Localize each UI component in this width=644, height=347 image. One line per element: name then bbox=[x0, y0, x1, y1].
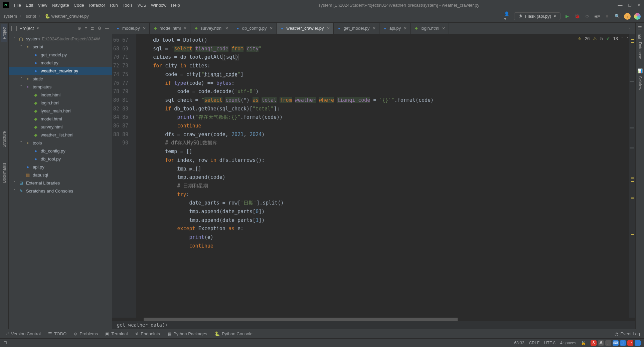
close-tab-icon[interactable]: ✕ bbox=[404, 26, 407, 31]
ime-chip[interactable]: S bbox=[591, 340, 597, 346]
close-tab-icon[interactable]: ✕ bbox=[225, 26, 228, 31]
profile-button[interactable]: ◉▾ bbox=[594, 13, 601, 20]
tool-window-terminal[interactable]: ▣Terminal bbox=[105, 331, 128, 336]
close-tab-icon[interactable]: ✕ bbox=[183, 26, 187, 31]
tree-node[interactable]: ◆login.html bbox=[9, 99, 112, 107]
menu-file[interactable]: File bbox=[14, 3, 21, 8]
menu-navigate[interactable]: Navigate bbox=[52, 3, 69, 8]
tree-node[interactable]: ●db_tool.py bbox=[9, 155, 112, 163]
prev-highlight-icon[interactable]: ˄ bbox=[621, 36, 624, 41]
sciview-icon[interactable]: 📊 bbox=[637, 68, 643, 73]
database-icon[interactable]: 🗄 bbox=[638, 34, 642, 39]
tool-window-version-control[interactable]: ⎇Version Control bbox=[4, 331, 41, 336]
menu-help[interactable]: Help bbox=[171, 3, 180, 8]
close-tab-icon[interactable]: ✕ bbox=[442, 26, 445, 31]
project-tree[interactable]: ˅▢system E:\2024StudentProjects\024W˅▪sc… bbox=[9, 34, 112, 329]
tree-node[interactable]: ▤data.sql bbox=[9, 171, 112, 179]
file-encoding[interactable]: UTF-8 bbox=[544, 341, 555, 345]
tree-node[interactable]: ˃✎Scratches and Consoles bbox=[9, 187, 112, 195]
editor-tab[interactable]: ◆survey.html✕ bbox=[190, 23, 232, 34]
editor-tab[interactable]: ◆login.html✕ bbox=[411, 23, 449, 34]
tree-node[interactable]: ˅▪script bbox=[9, 43, 112, 51]
tree-node[interactable]: ◆index.html bbox=[9, 91, 112, 99]
breadcrumb[interactable]: system〉script〉🐍 weather_crawler.py bbox=[3, 13, 89, 19]
next-highlight-icon[interactable]: ˅ bbox=[626, 36, 629, 41]
run-coverage-button[interactable]: ⟳ bbox=[584, 13, 591, 20]
tree-node[interactable]: ●model.py bbox=[9, 59, 112, 67]
expand-all-icon[interactable]: ≡ bbox=[85, 26, 87, 31]
tree-node[interactable]: ◆weather_list.html bbox=[9, 131, 112, 139]
tabs-more-icon[interactable]: ⋮ bbox=[624, 23, 635, 34]
menu-vcs[interactable]: VCS bbox=[137, 3, 146, 8]
project-tool-tab[interactable]: Project bbox=[1, 24, 7, 42]
tree-node[interactable]: ●get_model.py bbox=[9, 51, 112, 59]
tree-node[interactable]: ˅▪templates bbox=[9, 83, 112, 91]
structure-tool-tab[interactable]: Structure bbox=[1, 128, 7, 150]
close-tab-icon[interactable]: ✕ bbox=[143, 26, 146, 31]
tool-window-python-packages[interactable]: ▦Python Packages bbox=[167, 331, 207, 336]
run-button[interactable]: ▶ bbox=[564, 13, 571, 20]
menu-edit[interactable]: Edit bbox=[26, 3, 33, 8]
event-log-button[interactable]: ◔Event Log bbox=[615, 331, 640, 336]
fold-gutter[interactable] bbox=[132, 34, 136, 318]
line-number-gutter[interactable]: 66 67 68 69 70 71 72 73 74 75 76 77 78 7… bbox=[112, 34, 132, 318]
close-tab-icon[interactable]: ✕ bbox=[372, 26, 376, 31]
indent-setting[interactable]: 4 spaces bbox=[560, 341, 576, 345]
minimize-button[interactable]: ― bbox=[618, 2, 623, 8]
ime-chip[interactable]: ⋮ bbox=[635, 340, 641, 346]
menu-refactor[interactable]: Refactor bbox=[89, 3, 105, 8]
bookmarks-tool-tab[interactable]: Bookmarks bbox=[1, 160, 7, 186]
maximize-button[interactable]: □ bbox=[629, 2, 631, 8]
menu-code[interactable]: Code bbox=[74, 3, 84, 8]
users-icon[interactable]: 👤▾ bbox=[504, 13, 511, 20]
menu-window[interactable]: Window bbox=[151, 3, 166, 8]
tree-node[interactable]: ˃▪static bbox=[9, 75, 112, 83]
code-editor[interactable]: db_tool = DbTool() sql = "select tianqi_… bbox=[136, 34, 629, 318]
horizontal-scrollbar[interactable] bbox=[112, 318, 635, 321]
tree-node[interactable]: ●db_config.py bbox=[9, 147, 112, 155]
breadcrumb-item[interactable]: 🐍 weather_crawler.py bbox=[45, 14, 89, 19]
ime-chip[interactable]: 英 bbox=[598, 340, 604, 346]
menu-tools[interactable]: Tools bbox=[123, 3, 133, 8]
database-tool-tab[interactable]: Database bbox=[637, 39, 643, 62]
menu-view[interactable]: View bbox=[38, 3, 47, 8]
debug-button[interactable]: 🐞 bbox=[574, 13, 581, 20]
tree-node-selected[interactable]: ●weather_crawler.py bbox=[9, 67, 112, 75]
ime-chip[interactable]: ⌨ bbox=[613, 340, 619, 346]
tree-node[interactable]: ◆model.html bbox=[9, 115, 112, 123]
tree-node[interactable]: ●api.py bbox=[9, 163, 112, 171]
error-stripe[interactable] bbox=[629, 34, 635, 318]
run-config-select[interactable]: ⚗ Flask (api.py) ▾ bbox=[514, 12, 560, 20]
notifications-icon[interactable]: ☰ bbox=[638, 25, 642, 30]
hide-panel-icon[interactable]: — bbox=[105, 26, 109, 31]
ai-assistant-icon[interactable] bbox=[634, 13, 641, 20]
tool-window-python-console[interactable]: 🐍Python Console bbox=[214, 331, 253, 336]
editor-tab-active[interactable]: ●weather_crawler.py✕ bbox=[277, 23, 334, 34]
select-opened-file-icon[interactable]: ⊕ bbox=[77, 26, 81, 31]
sciview-tool-tab[interactable]: SciView bbox=[637, 73, 643, 93]
close-button[interactable]: ✕ bbox=[637, 2, 641, 8]
stop-button[interactable]: ■ bbox=[604, 13, 611, 20]
tool-window-endpoints[interactable]: ↯Endpoints bbox=[135, 331, 160, 336]
readonly-lock-icon[interactable]: 🔓 bbox=[581, 341, 586, 345]
inspection-widget[interactable]: ⚠26 ⚠5 ✔13 ˄˅ bbox=[578, 36, 629, 41]
search-everywhere-button[interactable]: 🔍 bbox=[614, 13, 621, 20]
editor-tab[interactable]: ●model.py✕ bbox=[112, 23, 150, 34]
ime-chip[interactable]: 拼 bbox=[620, 340, 626, 346]
tool-window-problems[interactable]: ⊘Problems bbox=[74, 331, 98, 336]
close-tab-icon[interactable]: ✕ bbox=[327, 26, 330, 31]
cursor-position[interactable]: 68:33 bbox=[514, 341, 524, 345]
editor-tab[interactable]: ●db_config.py✕ bbox=[232, 23, 277, 34]
editor-breadcrumb[interactable]: get_weather_data() bbox=[112, 321, 635, 329]
editor-tab[interactable]: ◆model.html✕ bbox=[150, 23, 191, 34]
tool-window-todo[interactable]: ☰TODO bbox=[48, 331, 66, 336]
tree-node[interactable]: ◆survey.html bbox=[9, 123, 112, 131]
ime-chip[interactable]: 、 bbox=[605, 340, 611, 346]
editor-tab[interactable]: ●api.py✕ bbox=[379, 23, 411, 34]
breadcrumb-item[interactable]: script bbox=[26, 14, 36, 19]
tree-node[interactable]: ˃⊞External Libraries bbox=[9, 179, 112, 187]
chevron-down-icon[interactable]: ▾ bbox=[37, 26, 39, 31]
editor-tab[interactable]: ●get_model.py✕ bbox=[334, 23, 379, 34]
tree-node[interactable]: ◆lyear_main.html bbox=[9, 107, 112, 115]
show-tool-windows-icon[interactable]: ☐ bbox=[3, 341, 7, 345]
